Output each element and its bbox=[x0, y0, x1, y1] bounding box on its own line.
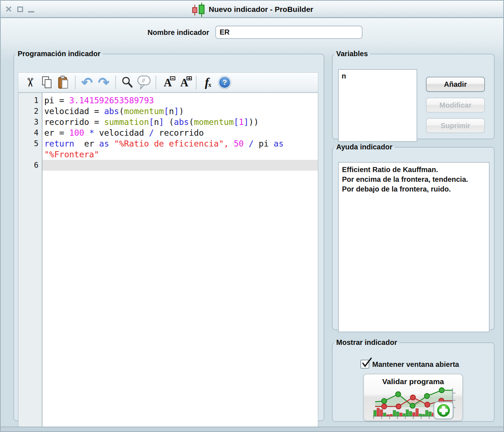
validate-program-button[interactable]: Validar programa bbox=[363, 374, 463, 421]
undo-button[interactable]: ↶ bbox=[79, 74, 95, 91]
add-variable-button[interactable]: Añadir bbox=[426, 77, 485, 92]
question-icon: ? bbox=[219, 76, 231, 89]
toolbar-separator bbox=[196, 76, 197, 89]
show-indicator-legend: Mostrar indicador bbox=[334, 338, 399, 347]
help-panel: Ayuda indicador Efficient Ratio de Kauff… bbox=[332, 143, 495, 330]
decrease-font-button[interactable]: A bbox=[159, 74, 176, 91]
redo-button[interactable]: ↷ bbox=[95, 74, 112, 91]
variables-list[interactable]: n bbox=[338, 69, 417, 142]
indicator-name-label: Nombre indicador bbox=[148, 28, 209, 37]
variables-legend: Variables bbox=[334, 50, 370, 58]
toolbar-separator bbox=[115, 76, 116, 89]
window-title: Nuevo indicador - ProBuilder bbox=[209, 5, 314, 14]
code-editor: 123456 pi = 3.141592653589793velocidad =… bbox=[18, 93, 318, 428]
comment-button[interactable]: // bbox=[136, 74, 152, 91]
variable-item[interactable]: n bbox=[342, 71, 414, 81]
modify-variable-button: Modificar bbox=[426, 98, 485, 113]
help-button[interactable]: ? bbox=[216, 74, 233, 91]
scissors-icon: ✂ bbox=[24, 77, 36, 88]
line-number-gutter: 123456 bbox=[18, 93, 42, 428]
window-bottom-edge bbox=[1, 427, 503, 431]
help-legend: Ayuda indicador bbox=[334, 143, 395, 151]
add-indicator-badge bbox=[434, 402, 453, 419]
insert-function-button[interactable]: f x bbox=[200, 74, 216, 91]
comment-icon: // bbox=[137, 75, 151, 90]
window-title-area: Nuevo indicador - ProBuilder bbox=[1, 1, 503, 18]
keep-window-label: Mantener ventana abierta bbox=[372, 360, 459, 369]
validate-chart-illustration bbox=[369, 387, 458, 420]
validate-program-label: Validar programa bbox=[364, 377, 462, 386]
delete-variable-button: Suprimir bbox=[426, 118, 485, 133]
help-line: Efficient Ratio de Kauffman. bbox=[342, 165, 486, 175]
checkmark-icon bbox=[362, 357, 373, 369]
search-icon bbox=[121, 76, 134, 89]
toolbar-separator bbox=[75, 76, 76, 89]
programming-panel: Programación indicador ✂ ↶ bbox=[13, 50, 324, 421]
help-line: Por encima de la frontera, tendencia. bbox=[342, 175, 486, 184]
help-textarea[interactable]: Efficient Ratio de Kauffman. Por encima … bbox=[338, 162, 490, 332]
search-button[interactable] bbox=[119, 74, 136, 91]
probuilder-window: ✕ Nuevo indicador - ProBuilder Nombre in… bbox=[0, 0, 504, 432]
undo-icon: ↶ bbox=[81, 76, 93, 89]
redo-icon: ↷ bbox=[98, 76, 109, 89]
increase-font-button[interactable]: A bbox=[176, 74, 193, 91]
copy-button[interactable] bbox=[39, 74, 55, 91]
show-indicator-panel: Mostrar indicador Mantener ventana abier… bbox=[332, 338, 495, 422]
toolbar-separator bbox=[156, 76, 156, 89]
candlestick-icon bbox=[191, 2, 206, 17]
indicator-name-input[interactable] bbox=[215, 26, 363, 39]
help-line: Por debajo de la frontera, ruido. bbox=[342, 184, 486, 194]
title-bar: ✕ Nuevo indicador - ProBuilder bbox=[1, 1, 503, 18]
keep-window-checkbox[interactable] bbox=[360, 360, 369, 369]
editor-toolbar: ✂ ↶ ↷ bbox=[18, 72, 318, 93]
code-area[interactable]: pi = 3.141592653589793velocidad = abs(mo… bbox=[42, 93, 318, 428]
cut-button[interactable]: ✂ bbox=[22, 74, 39, 91]
paste-button[interactable] bbox=[55, 74, 72, 91]
copy-icon bbox=[40, 76, 54, 89]
paste-icon bbox=[57, 75, 70, 90]
programming-legend: Programación indicador bbox=[15, 50, 103, 58]
variables-panel: Variables n Añadir Modificar Suprimir bbox=[332, 50, 495, 139]
